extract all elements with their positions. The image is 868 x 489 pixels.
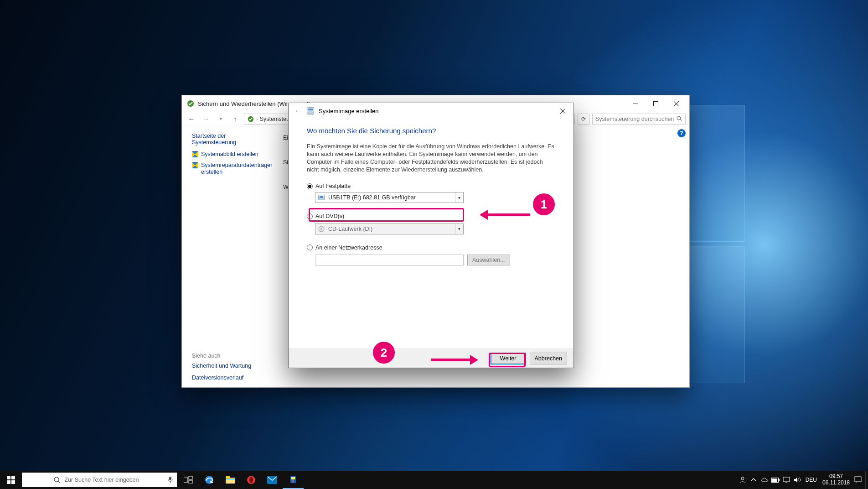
backup-restore-icon bbox=[186, 99, 195, 108]
radio-icon bbox=[307, 183, 313, 189]
see-also-link-security[interactable]: Sicherheit und Wartung bbox=[192, 363, 251, 369]
tray-action-center-icon[interactable] bbox=[852, 471, 863, 489]
maximize-button[interactable] bbox=[646, 97, 666, 110]
dropdown-value: CD-Laufwerk (D:) bbox=[328, 226, 372, 232]
backup-restore-icon bbox=[247, 115, 254, 123]
wizard-titlebar[interactable]: ← Systemimage erstellen bbox=[289, 103, 574, 119]
svg-rect-2 bbox=[654, 101, 658, 106]
tray-language[interactable]: DEU bbox=[803, 477, 820, 483]
svg-rect-24 bbox=[779, 479, 780, 481]
svg-point-4 bbox=[677, 116, 681, 120]
taskbar-app-snipping[interactable] bbox=[283, 471, 304, 489]
tray-onedrive-icon[interactable] bbox=[759, 471, 770, 489]
windows-logo-icon bbox=[7, 476, 15, 484]
dvd-dropdown[interactable]: CD-Laufwerk (D:) ▾ bbox=[315, 224, 464, 234]
radio-label: Auf DVD(s) bbox=[315, 213, 344, 219]
radio-icon bbox=[307, 244, 313, 250]
svg-rect-26 bbox=[783, 477, 790, 482]
nav-history-dropdown[interactable]: ▾ bbox=[215, 113, 227, 125]
taskbar-app-edge[interactable] bbox=[199, 471, 220, 489]
svg-rect-14 bbox=[226, 476, 230, 479]
tray-date: 06.11.2018 bbox=[820, 480, 852, 486]
search-icon bbox=[677, 116, 682, 122]
tray-volume-icon[interactable] bbox=[792, 471, 803, 489]
wizard-footer: Weiter Abbrechen bbox=[289, 349, 574, 368]
wizard-description: Ein Systemimage ist eine Kopie der für d… bbox=[307, 143, 555, 174]
start-button[interactable] bbox=[0, 471, 22, 489]
nav-back-button[interactable]: ← bbox=[186, 113, 197, 125]
radio-on-harddisk[interactable]: Auf Festplatte bbox=[307, 183, 351, 189]
dropdown-value: USB1TB (E:) 682,81 GB verfügbar bbox=[328, 194, 416, 201]
network-path-field[interactable] bbox=[315, 255, 464, 265]
tray-people-icon[interactable] bbox=[737, 471, 748, 489]
system-image-icon bbox=[307, 107, 314, 114]
svg-rect-1 bbox=[633, 104, 638, 104]
control-panel-search[interactable]: Systemsteuerung durchsuchen bbox=[592, 114, 686, 125]
svg-rect-25 bbox=[772, 479, 777, 482]
minimize-button[interactable] bbox=[625, 97, 646, 110]
disc-icon bbox=[318, 226, 325, 232]
svg-rect-27 bbox=[855, 477, 861, 482]
wizard-close-button[interactable] bbox=[553, 104, 573, 118]
wizard-title: Systemimage erstellen bbox=[319, 108, 379, 114]
drive-icon bbox=[318, 195, 325, 200]
see-also-header: Siehe auch bbox=[192, 353, 251, 359]
svg-point-6 bbox=[321, 228, 322, 229]
sidebar-link-label: Systemabbild erstellen bbox=[201, 151, 258, 158]
svg-point-22 bbox=[741, 477, 744, 480]
radio-network-location[interactable]: An einer Netzwerkadresse bbox=[307, 244, 382, 251]
svg-rect-11 bbox=[189, 480, 192, 484]
tray-overflow-button[interactable] bbox=[748, 471, 759, 489]
svg-point-21 bbox=[292, 480, 294, 482]
sidebar-link-label: Systemreparaturdatenträger erstellen bbox=[201, 162, 272, 176]
taskbar: Zur Suche Text hier eingeben DEU bbox=[0, 471, 868, 489]
svg-rect-9 bbox=[184, 477, 187, 483]
system-image-wizard: ← Systemimage erstellen Wo möchten Sie d… bbox=[288, 103, 574, 368]
svg-point-7 bbox=[54, 477, 59, 482]
taskbar-search[interactable]: Zur Suche Text hier eingeben bbox=[22, 473, 177, 487]
shield-icon bbox=[192, 162, 198, 168]
see-also-link-file-history[interactable]: Dateiversionsverlauf bbox=[192, 375, 251, 381]
task-view-button[interactable] bbox=[178, 471, 199, 489]
svg-rect-15 bbox=[226, 479, 235, 479]
search-icon bbox=[54, 477, 61, 484]
next-button[interactable]: Weiter bbox=[491, 353, 526, 364]
refresh-button[interactable]: ⟳ bbox=[578, 114, 589, 125]
radio-label: An einer Netzwerkadresse bbox=[315, 244, 382, 251]
microphone-icon bbox=[167, 476, 173, 484]
wizard-back-button[interactable]: ← bbox=[292, 105, 304, 117]
control-panel-home-link[interactable]: Startseite der Systemsteuerung bbox=[192, 133, 269, 146]
radio-label: Auf Festplatte bbox=[315, 183, 351, 189]
search-placeholder: Zur Suche Text hier eingeben bbox=[64, 477, 139, 483]
chevron-down-icon: ▾ bbox=[455, 224, 463, 234]
radio-icon bbox=[307, 213, 313, 219]
shield-icon bbox=[192, 151, 198, 157]
taskbar-app-opera[interactable] bbox=[241, 471, 262, 489]
cancel-button[interactable]: Abbrechen bbox=[530, 353, 567, 364]
taskbar-app-file-explorer[interactable] bbox=[220, 471, 241, 489]
chevron-right-icon: › bbox=[256, 116, 258, 122]
nav-up-button[interactable]: ↑ bbox=[229, 113, 241, 125]
nav-forward-button[interactable]: → bbox=[200, 113, 212, 125]
tray-network-icon[interactable] bbox=[781, 471, 792, 489]
tray-battery-icon[interactable] bbox=[770, 471, 781, 489]
harddisk-dropdown[interactable]: USB1TB (E:) 682,81 GB verfügbar ▾ bbox=[315, 192, 464, 203]
sidebar-link-create-system-image[interactable]: Systemabbild erstellen bbox=[192, 151, 269, 158]
system-tray: DEU 09:57 06.11.2018 bbox=[737, 471, 868, 489]
radio-on-dvd[interactable]: Auf DVD(s) bbox=[307, 213, 344, 219]
sidebar-link-create-repair-disc[interactable]: Systemreparaturdatenträger erstellen bbox=[192, 162, 269, 176]
tray-clock[interactable]: 09:57 06.11.2018 bbox=[820, 473, 852, 486]
occluded-text: Ei bbox=[283, 135, 288, 141]
close-button[interactable] bbox=[666, 97, 687, 110]
tray-time: 09:57 bbox=[820, 473, 852, 480]
browse-network-button[interactable]: Auswählen... bbox=[467, 255, 510, 265]
svg-rect-18 bbox=[267, 476, 277, 484]
svg-rect-8 bbox=[169, 477, 171, 480]
svg-rect-10 bbox=[189, 476, 192, 479]
svg-rect-20 bbox=[291, 477, 295, 479]
show-desktop-button[interactable] bbox=[865, 471, 868, 489]
taskbar-app-mail[interactable] bbox=[262, 471, 283, 489]
sidebar: Startseite der Systemsteuerung Systemabb… bbox=[182, 126, 273, 387]
chevron-down-icon: ▾ bbox=[455, 192, 463, 203]
occluded-text: Si bbox=[283, 159, 288, 166]
